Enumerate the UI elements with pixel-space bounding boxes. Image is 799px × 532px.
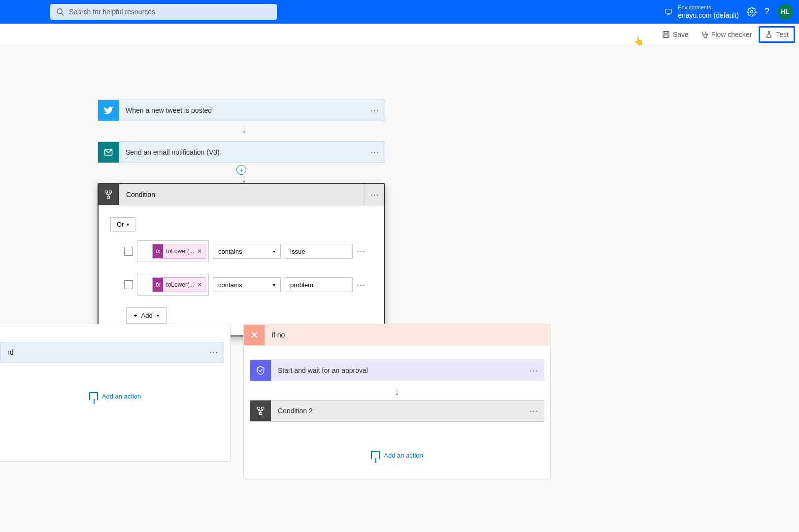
flask-icon: [765, 31, 773, 38]
card-more-button[interactable]: ···: [204, 347, 224, 358]
fx-icon: fx: [153, 278, 163, 292]
add-action-button[interactable]: Add an action: [250, 451, 544, 459]
approval-icon: [250, 360, 271, 381]
chevron-down-icon: ▾: [273, 249, 275, 254]
condition2-card[interactable]: Condition 2 ···: [250, 400, 544, 422]
env-name: enayu.com (default): [678, 11, 739, 20]
svg-rect-14: [257, 407, 260, 409]
add-action-icon: [371, 451, 380, 459]
arrow-icon: ↓: [241, 121, 247, 136]
row-more-button[interactable]: ···: [357, 246, 366, 257]
environment-icon: [664, 7, 673, 16]
trigger-card[interactable]: When a new tweet is posted ···: [98, 100, 385, 121]
expression-field[interactable]: fx toLower(... ✕: [137, 240, 209, 262]
value-input[interactable]: [285, 244, 353, 259]
search-icon: [56, 8, 64, 16]
close-icon: ✕: [244, 325, 265, 345]
add-action-button[interactable]: Add an action: [0, 392, 230, 400]
if-no-title: If no: [265, 331, 292, 339]
remove-token-button[interactable]: ✕: [197, 281, 202, 288]
email-card[interactable]: Send an email notification (V3) ···: [98, 141, 385, 163]
svg-rect-16: [260, 412, 262, 414]
plus-icon: +: [133, 312, 137, 319]
arrow-icon: ↓: [250, 385, 544, 398]
fx-icon: fx: [153, 244, 163, 258]
card-more-button[interactable]: ···: [524, 406, 544, 416]
svg-rect-13: [107, 196, 110, 198]
svg-point-0: [57, 9, 62, 14]
svg-rect-2: [666, 9, 671, 13]
svg-rect-11: [105, 191, 107, 193]
env-label: Environments: [678, 4, 739, 11]
svg-point-9: [706, 33, 707, 35]
yes-inner-card[interactable]: rd ···: [0, 342, 224, 363]
condition-row: fx toLower(... ✕ contains ▾ ···: [124, 274, 372, 296]
condition-row: fx toLower(... ✕ contains ▾ ···: [124, 240, 372, 262]
expression-field[interactable]: fx toLower(... ✕: [137, 274, 209, 296]
trigger-title: When a new tweet is posted: [119, 106, 365, 114]
svg-line-1: [62, 13, 64, 15]
twitter-icon: [98, 100, 119, 121]
email-title: Send an email notification (V3): [119, 148, 365, 156]
card-more-button[interactable]: ···: [524, 366, 544, 376]
save-icon: [662, 31, 670, 38]
row-checkbox[interactable]: [124, 280, 133, 289]
svg-rect-7: [665, 32, 667, 33]
test-button[interactable]: Test: [759, 26, 795, 43]
condition-icon: [250, 400, 271, 421]
svg-rect-12: [109, 191, 112, 193]
if-yes-branch: rd ··· Add an action: [0, 324, 231, 462]
condition-title: Condition: [119, 185, 365, 204]
trigger-more-button[interactable]: ···: [365, 105, 385, 116]
flow-canvas: When a new tweet is posted ··· ↓ Send an…: [0, 45, 799, 532]
operator-dropdown[interactable]: contains ▾: [213, 244, 281, 259]
email-more-button[interactable]: ···: [365, 147, 385, 158]
chevron-down-icon: ▾: [127, 222, 129, 227]
save-button[interactable]: Save: [657, 28, 694, 41]
operator-dropdown[interactable]: contains ▾: [213, 277, 281, 292]
search-placeholder: Search for helpful resources: [69, 8, 155, 16]
svg-point-5: [750, 10, 753, 13]
help-icon[interactable]: ?: [765, 6, 769, 17]
condition-more-button[interactable]: ···: [365, 184, 384, 205]
remove-token-button[interactable]: ✕: [197, 248, 202, 255]
avatar[interactable]: HL: [777, 4, 793, 20]
row-more-button[interactable]: ···: [357, 280, 366, 290]
condition-header[interactable]: Condition ···: [99, 184, 384, 205]
flow-checker-button[interactable]: Flow checker: [696, 28, 757, 41]
condition-icon: [99, 184, 119, 205]
condition-card: Condition ··· Or ▾ fx toLower(... ✕: [98, 183, 385, 336]
gear-icon[interactable]: [747, 7, 757, 17]
svg-rect-15: [262, 407, 264, 409]
environment-picker[interactable]: Environments enayu.com (default): [664, 4, 739, 20]
command-bar: Save Flow checker Test: [0, 24, 799, 45]
if-no-header[interactable]: ✕ If no: [244, 324, 550, 346]
value-input[interactable]: [285, 277, 353, 292]
approval-card[interactable]: Start and wait for an approval ···: [250, 360, 544, 381]
if-no-branch: ✕ If no Start and wait for an approval ·…: [243, 324, 551, 479]
add-action-icon: [89, 392, 98, 400]
search-input[interactable]: Search for helpful resources: [50, 4, 277, 20]
mail-icon: [98, 142, 119, 163]
top-nav: Search for helpful resources Environment…: [0, 0, 799, 24]
row-checkbox[interactable]: [124, 247, 133, 256]
add-condition-button[interactable]: + Add ▾: [126, 307, 166, 324]
logic-operator-dropdown[interactable]: Or ▾: [110, 217, 135, 232]
svg-rect-8: [664, 35, 668, 37]
chevron-down-icon: ▾: [273, 282, 275, 288]
stethoscope-icon: [700, 31, 708, 38]
chevron-down-icon: ▾: [157, 313, 159, 318]
